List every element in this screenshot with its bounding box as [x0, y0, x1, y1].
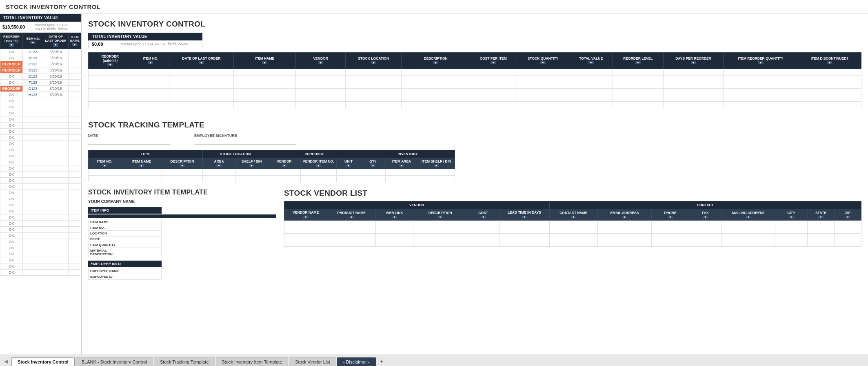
th2-area: AREA▼ — [203, 158, 235, 169]
item-info-table: ITEM NAME ITEM NO. LOCATION PRICE ITEM Q… — [88, 219, 162, 257]
th4-email: EMAIL ADDRESS▼ — [598, 209, 652, 221]
tab-add-button[interactable]: + — [377, 356, 386, 366]
th4-lead-time: LEAD TIME IN DAYS▼ — [499, 209, 549, 221]
th4-cost: COST▼ — [467, 209, 499, 221]
th4-vendor-group: VENDOR — [284, 201, 550, 209]
th1-cost: COST PER ITEM▼ — [470, 53, 517, 69]
left-inv-note: *Based upon TOTAL VALUE fields, below. — [34, 23, 79, 31]
sheet1-inv-label: TOTAL INVENTORY VALUE — [88, 33, 202, 40]
sheet2-table: ITEM STOCK LOCATION PURCHASE INVENTORY I… — [88, 150, 455, 183]
left-table-row: OK — [0, 226, 81, 232]
tab-item-template[interactable]: Stock Inventory Item Template — [216, 357, 289, 366]
th2-vendor-item: VENDOR ITEM NO.▼ — [301, 158, 337, 169]
th1-stock-qty: STOCK QUANTITY▼ — [517, 53, 569, 69]
left-table-row: OK — [0, 245, 81, 251]
left-table-row: REORDER C123 5/20/16 — [0, 61, 81, 67]
tab-disclaimer[interactable]: - Disclaimer - — [337, 357, 376, 366]
tab-vendor-list[interactable]: Stock Vendor List — [289, 357, 336, 366]
company-name: YOUR COMPANY NAME — [88, 199, 276, 204]
emp-info-row: EMPLOYEE ID — [89, 274, 162, 280]
left-table-row: OK A123 5/20/16 — [0, 49, 81, 55]
th2-unit: UNIT▼ — [336, 158, 361, 169]
left-table-row: OK — [0, 110, 81, 116]
tab-nav-left[interactable]: ◀ — [2, 357, 11, 366]
sheet1-row — [89, 75, 861, 82]
sheet4-title: STOCK VENDOR LIST — [284, 189, 861, 198]
tab-stock-inventory[interactable]: Stock Inventory Control — [11, 357, 75, 366]
left-table-row: OK — [0, 251, 81, 257]
tracking-row — [89, 176, 455, 182]
emp-info-label: EMPLOYEE INFO — [88, 261, 162, 267]
left-table-row: OK — [0, 269, 81, 275]
sheet1-row — [89, 95, 861, 101]
left-table-row: OK — [0, 214, 81, 220]
th2-inventory: INVENTORY — [361, 150, 455, 158]
left-table-row: OK — [0, 208, 81, 214]
th4-product-name: PRODUCT NAME▼ — [327, 209, 376, 221]
left-table-row: OK — [0, 98, 81, 104]
left-table-row: OK H123 5/20/16 — [0, 92, 81, 98]
sheet1-row — [89, 88, 861, 95]
sheet3-title: STOCK INVENTORY ITEM TEMPLATE — [88, 189, 276, 196]
th4-zip: ZIP▼ — [834, 209, 861, 221]
th4-city: CITY▼ — [775, 209, 808, 221]
th2-item-name: ITEM NAME▼ — [121, 158, 162, 169]
item-info-row: ITEM QUANTITY — [89, 242, 162, 248]
vendor-row — [284, 220, 861, 227]
left-table-row: OK — [0, 177, 81, 183]
sheet1-row — [89, 69, 861, 75]
sheet2-section: STOCK TRACKING TEMPLATE DATE EMPLOYEE SI… — [82, 116, 868, 186]
th1-item-name: ITEM NAME▼ — [233, 53, 295, 69]
left-table-row: OK — [0, 134, 81, 141]
left-table-row: OK E123 5/20/16 — [0, 73, 81, 79]
th1-discontinued: ITEM DISCONTINUED?▼ — [798, 53, 861, 69]
th1-reorder: REORDER(auto-fill)▼ — [89, 53, 132, 69]
emp-info-table: EMPLOYEE NAME EMPLOYEE ID — [88, 268, 162, 280]
th-date: DATE OF LAST ORDER ▼ — [43, 33, 69, 49]
sheet3-section: STOCK INVENTORY ITEM TEMPLATE YOUR COMPA… — [88, 189, 276, 280]
sheet2-title: STOCK TRACKING TEMPLATE — [88, 121, 861, 129]
left-table: REORDER(auto-fill) ▼ ITEM NO. ▼ DATE OF … — [0, 33, 81, 276]
left-table-row: OK — [0, 153, 81, 159]
left-table-row: REORDER D123 5/20/16 — [0, 67, 81, 73]
th4-web-link: WEB LINK▼ — [376, 209, 413, 221]
th2-item-no: ITEM NO.▼ — [89, 158, 121, 169]
th-item-name: ITEM NAME ▼ — [69, 33, 81, 49]
emp-info-row: EMPLOYEE NAME — [89, 268, 162, 274]
tab-bar: ◀ Stock Inventory Control BLANK - Stock … — [0, 355, 868, 366]
date-label: DATE — [88, 134, 170, 138]
tab-tracking[interactable]: Stock Tracking Template — [154, 357, 215, 366]
tab-blank-inventory[interactable]: BLANK - Stock Inventory Control — [75, 357, 153, 366]
left-table-row: OK — [0, 220, 81, 226]
left-table-row: OK — [0, 257, 81, 263]
left-inv-amount: $13,550.00 — [2, 25, 31, 29]
left-table-row: REORDER G123 5/20/16 — [0, 85, 81, 92]
left-table-row: OK — [0, 263, 81, 269]
sheet1-table: REORDER(auto-fill)▼ ITEM NO.▼ DATE OF LA… — [88, 52, 861, 108]
item-info-label: ITEM INFO — [88, 207, 162, 214]
th2-desc: DESCRIPTION▼ — [162, 158, 203, 169]
sheet1-title: STOCK INVENTORY CONTROL — [88, 20, 861, 29]
left-table-row: OK — [0, 116, 81, 122]
th1-item-no: ITEM NO.▼ — [132, 53, 169, 69]
th2-vendor: VENDOR▼ — [268, 158, 301, 169]
item-info-row: LOCATION — [89, 231, 162, 237]
sheet4-table: VENDOR CONTACT VENDOR NAME▼ PRODUCT NAME… — [284, 201, 861, 247]
left-table-row: OK — [0, 196, 81, 202]
item-info-row: ITEM NAME — [89, 219, 162, 225]
left-table-row: OK — [0, 183, 81, 190]
th1-total-val: TOTAL VALUE▼ — [569, 53, 613, 69]
th2-stock-loc: STOCK LOCATION — [203, 150, 268, 158]
left-table-row: OK — [0, 159, 81, 165]
left-table-row: OK — [0, 165, 81, 171]
vendor-row — [284, 233, 861, 240]
th4-mailing: MAILING ADDRESS▼ — [721, 209, 775, 221]
left-table-row: OK — [0, 147, 81, 153]
th2-item-area: ITEM AREA▼ — [385, 158, 418, 169]
app-container: STOCK INVENTORY CONTROL TOTAL INVENTORY … — [0, 0, 868, 366]
left-table-row: OK B123 5/20/16 — [0, 55, 81, 61]
left-table-row: OK — [0, 128, 81, 134]
th-item-no: ITEM NO. ▼ — [23, 33, 43, 49]
th-reorder: REORDER(auto-fill) ▼ — [0, 33, 23, 49]
item-info-row: ITEM NO. — [89, 225, 162, 231]
